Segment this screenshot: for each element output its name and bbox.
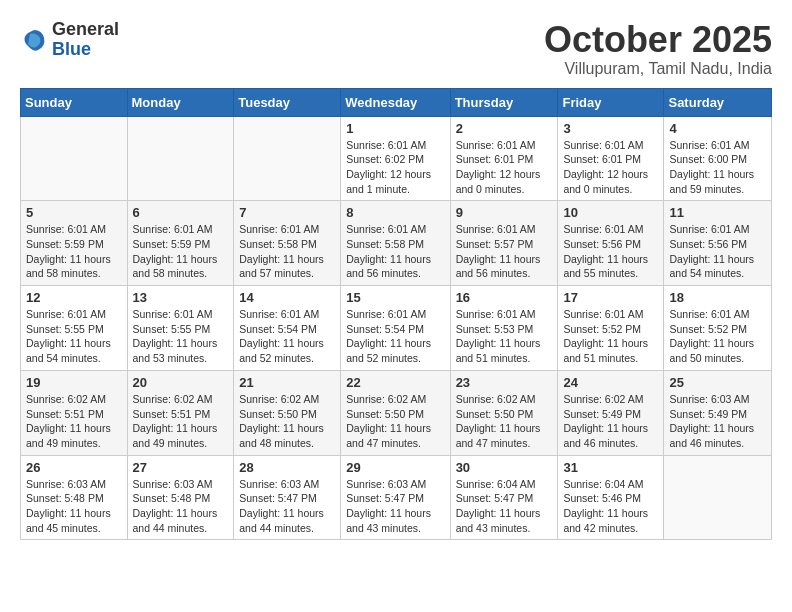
weekday-header-tuesday: Tuesday xyxy=(234,88,341,116)
day-info: Sunrise: 6:03 AMSunset: 5:47 PMDaylight:… xyxy=(239,477,335,536)
calendar-cell: 21Sunrise: 6:02 AMSunset: 5:50 PMDayligh… xyxy=(234,370,341,455)
day-number: 25 xyxy=(669,375,766,390)
day-number: 18 xyxy=(669,290,766,305)
day-info: Sunrise: 6:01 AMSunset: 6:01 PMDaylight:… xyxy=(563,138,658,197)
day-info: Sunrise: 6:01 AMSunset: 5:56 PMDaylight:… xyxy=(563,222,658,281)
day-number: 9 xyxy=(456,205,553,220)
day-info: Sunrise: 6:01 AMSunset: 5:56 PMDaylight:… xyxy=(669,222,766,281)
day-number: 22 xyxy=(346,375,444,390)
calendar-cell: 31Sunrise: 6:04 AMSunset: 5:46 PMDayligh… xyxy=(558,455,664,540)
day-number: 11 xyxy=(669,205,766,220)
calendar-cell: 15Sunrise: 6:01 AMSunset: 5:54 PMDayligh… xyxy=(341,286,450,371)
calendar-cell: 3Sunrise: 6:01 AMSunset: 6:01 PMDaylight… xyxy=(558,116,664,201)
calendar-cell: 10Sunrise: 6:01 AMSunset: 5:56 PMDayligh… xyxy=(558,201,664,286)
day-info: Sunrise: 6:01 AMSunset: 6:01 PMDaylight:… xyxy=(456,138,553,197)
day-number: 13 xyxy=(133,290,229,305)
day-info: Sunrise: 6:01 AMSunset: 5:59 PMDaylight:… xyxy=(133,222,229,281)
day-info: Sunrise: 6:01 AMSunset: 5:55 PMDaylight:… xyxy=(133,307,229,366)
day-number: 5 xyxy=(26,205,122,220)
day-number: 31 xyxy=(563,460,658,475)
day-number: 23 xyxy=(456,375,553,390)
day-info: Sunrise: 6:03 AMSunset: 5:47 PMDaylight:… xyxy=(346,477,444,536)
day-info: Sunrise: 6:01 AMSunset: 5:54 PMDaylight:… xyxy=(239,307,335,366)
calendar-cell: 14Sunrise: 6:01 AMSunset: 5:54 PMDayligh… xyxy=(234,286,341,371)
calendar-cell: 5Sunrise: 6:01 AMSunset: 5:59 PMDaylight… xyxy=(21,201,128,286)
calendar-week-row: 26Sunrise: 6:03 AMSunset: 5:48 PMDayligh… xyxy=(21,455,772,540)
calendar-week-row: 12Sunrise: 6:01 AMSunset: 5:55 PMDayligh… xyxy=(21,286,772,371)
calendar-cell: 28Sunrise: 6:03 AMSunset: 5:47 PMDayligh… xyxy=(234,455,341,540)
weekday-header-friday: Friday xyxy=(558,88,664,116)
day-info: Sunrise: 6:01 AMSunset: 5:52 PMDaylight:… xyxy=(669,307,766,366)
calendar-cell: 12Sunrise: 6:01 AMSunset: 5:55 PMDayligh… xyxy=(21,286,128,371)
day-info: Sunrise: 6:01 AMSunset: 5:54 PMDaylight:… xyxy=(346,307,444,366)
weekday-header-thursday: Thursday xyxy=(450,88,558,116)
calendar-week-row: 19Sunrise: 6:02 AMSunset: 5:51 PMDayligh… xyxy=(21,370,772,455)
calendar-cell: 17Sunrise: 6:01 AMSunset: 5:52 PMDayligh… xyxy=(558,286,664,371)
day-info: Sunrise: 6:01 AMSunset: 6:02 PMDaylight:… xyxy=(346,138,444,197)
weekday-header-row: SundayMondayTuesdayWednesdayThursdayFrid… xyxy=(21,88,772,116)
calendar-cell: 23Sunrise: 6:02 AMSunset: 5:50 PMDayligh… xyxy=(450,370,558,455)
day-number: 3 xyxy=(563,121,658,136)
logo-blue: Blue xyxy=(52,39,91,59)
calendar-cell: 26Sunrise: 6:03 AMSunset: 5:48 PMDayligh… xyxy=(21,455,128,540)
day-number: 27 xyxy=(133,460,229,475)
calendar-cell: 19Sunrise: 6:02 AMSunset: 5:51 PMDayligh… xyxy=(21,370,128,455)
calendar-cell: 30Sunrise: 6:04 AMSunset: 5:47 PMDayligh… xyxy=(450,455,558,540)
logo: General Blue xyxy=(20,20,119,60)
day-number: 24 xyxy=(563,375,658,390)
calendar-cell xyxy=(234,116,341,201)
page-header: General Blue October 2025 Villupuram, Ta… xyxy=(20,20,772,78)
day-number: 20 xyxy=(133,375,229,390)
day-number: 8 xyxy=(346,205,444,220)
day-number: 2 xyxy=(456,121,553,136)
day-info: Sunrise: 6:03 AMSunset: 5:48 PMDaylight:… xyxy=(133,477,229,536)
weekday-header-saturday: Saturday xyxy=(664,88,772,116)
day-number: 15 xyxy=(346,290,444,305)
logo-general: General xyxy=(52,19,119,39)
day-info: Sunrise: 6:01 AMSunset: 5:55 PMDaylight:… xyxy=(26,307,122,366)
day-info: Sunrise: 6:04 AMSunset: 5:47 PMDaylight:… xyxy=(456,477,553,536)
calendar-week-row: 1Sunrise: 6:01 AMSunset: 6:02 PMDaylight… xyxy=(21,116,772,201)
calendar-cell: 22Sunrise: 6:02 AMSunset: 5:50 PMDayligh… xyxy=(341,370,450,455)
day-info: Sunrise: 6:01 AMSunset: 6:00 PMDaylight:… xyxy=(669,138,766,197)
weekday-header-monday: Monday xyxy=(127,88,234,116)
day-number: 7 xyxy=(239,205,335,220)
calendar-cell: 20Sunrise: 6:02 AMSunset: 5:51 PMDayligh… xyxy=(127,370,234,455)
day-info: Sunrise: 6:02 AMSunset: 5:51 PMDaylight:… xyxy=(133,392,229,451)
day-info: Sunrise: 6:04 AMSunset: 5:46 PMDaylight:… xyxy=(563,477,658,536)
day-info: Sunrise: 6:01 AMSunset: 5:58 PMDaylight:… xyxy=(239,222,335,281)
day-info: Sunrise: 6:02 AMSunset: 5:49 PMDaylight:… xyxy=(563,392,658,451)
calendar-cell xyxy=(664,455,772,540)
calendar-cell: 11Sunrise: 6:01 AMSunset: 5:56 PMDayligh… xyxy=(664,201,772,286)
calendar-cell: 6Sunrise: 6:01 AMSunset: 5:59 PMDaylight… xyxy=(127,201,234,286)
calendar-cell: 13Sunrise: 6:01 AMSunset: 5:55 PMDayligh… xyxy=(127,286,234,371)
calendar-cell: 1Sunrise: 6:01 AMSunset: 6:02 PMDaylight… xyxy=(341,116,450,201)
weekday-header-wednesday: Wednesday xyxy=(341,88,450,116)
calendar-cell xyxy=(21,116,128,201)
calendar-week-row: 5Sunrise: 6:01 AMSunset: 5:59 PMDaylight… xyxy=(21,201,772,286)
day-number: 10 xyxy=(563,205,658,220)
day-info: Sunrise: 6:01 AMSunset: 5:53 PMDaylight:… xyxy=(456,307,553,366)
calendar-cell: 27Sunrise: 6:03 AMSunset: 5:48 PMDayligh… xyxy=(127,455,234,540)
day-info: Sunrise: 6:01 AMSunset: 5:58 PMDaylight:… xyxy=(346,222,444,281)
day-info: Sunrise: 6:01 AMSunset: 5:52 PMDaylight:… xyxy=(563,307,658,366)
calendar-cell: 2Sunrise: 6:01 AMSunset: 6:01 PMDaylight… xyxy=(450,116,558,201)
day-info: Sunrise: 6:02 AMSunset: 5:50 PMDaylight:… xyxy=(346,392,444,451)
day-number: 1 xyxy=(346,121,444,136)
title-block: October 2025 Villupuram, Tamil Nadu, Ind… xyxy=(544,20,772,78)
day-info: Sunrise: 6:02 AMSunset: 5:50 PMDaylight:… xyxy=(239,392,335,451)
day-number: 12 xyxy=(26,290,122,305)
day-number: 26 xyxy=(26,460,122,475)
calendar-cell: 29Sunrise: 6:03 AMSunset: 5:47 PMDayligh… xyxy=(341,455,450,540)
day-number: 6 xyxy=(133,205,229,220)
day-info: Sunrise: 6:02 AMSunset: 5:51 PMDaylight:… xyxy=(26,392,122,451)
calendar-cell: 16Sunrise: 6:01 AMSunset: 5:53 PMDayligh… xyxy=(450,286,558,371)
calendar-table: SundayMondayTuesdayWednesdayThursdayFrid… xyxy=(20,88,772,541)
calendar-cell: 9Sunrise: 6:01 AMSunset: 5:57 PMDaylight… xyxy=(450,201,558,286)
day-number: 19 xyxy=(26,375,122,390)
day-info: Sunrise: 6:01 AMSunset: 5:57 PMDaylight:… xyxy=(456,222,553,281)
month-title: October 2025 xyxy=(544,20,772,60)
calendar-cell: 7Sunrise: 6:01 AMSunset: 5:58 PMDaylight… xyxy=(234,201,341,286)
calendar-cell: 18Sunrise: 6:01 AMSunset: 5:52 PMDayligh… xyxy=(664,286,772,371)
day-number: 29 xyxy=(346,460,444,475)
